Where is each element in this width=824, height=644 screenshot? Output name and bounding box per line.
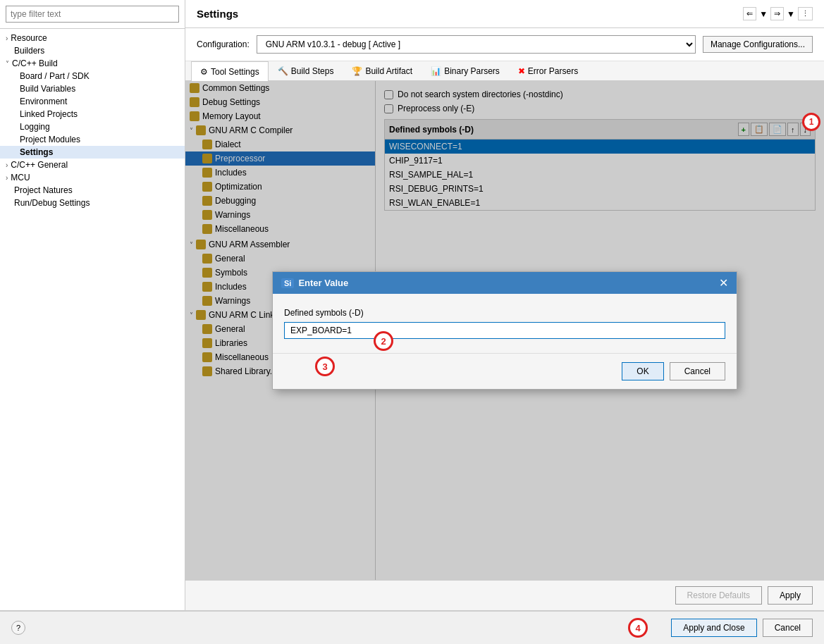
error-parsers-icon: ✖: [518, 66, 525, 76]
sidebar-item-linked-projects[interactable]: Linked Projects: [0, 108, 185, 120]
modal-ok-button[interactable]: OK: [622, 362, 663, 380]
sidebar-item-label: Builders: [14, 46, 44, 56]
settings-body: Common Settings Debug Settings Memory La…: [185, 81, 824, 580]
modal-footer: 3 OK Cancel: [273, 353, 737, 389]
build-steps-icon: 🔨: [278, 66, 288, 76]
annotation-circle-3: 3: [315, 357, 335, 376]
tab-tool-settings[interactable]: ⚙ Tool Settings: [191, 61, 269, 81]
sidebar-item-ccpp-build[interactable]: ˅ C/C++ Build: [0, 57, 185, 70]
help-button[interactable]: ?: [11, 621, 25, 635]
right-panel: Settings ⇐ ▼ ⇒ ▼ ⋮ Configuration: GNU AR…: [185, 0, 824, 610]
restore-defaults-button[interactable]: Restore Defaults: [675, 586, 762, 605]
chevron-icon: ˅: [6, 60, 9, 68]
back-button[interactable]: ⇐: [743, 7, 756, 20]
sidebar-item-ccpp-general[interactable]: › C/C++ General: [0, 159, 185, 171]
apply-button[interactable]: Apply: [768, 586, 813, 605]
modal-header: Si Enter Value ✕: [273, 272, 737, 294]
build-artifact-icon: 🏆: [352, 66, 362, 76]
sidebar-item-label: Linked Projects: [20, 109, 78, 119]
modal-app-icon: Si: [281, 278, 294, 288]
sidebar-item-label: MCU: [11, 173, 30, 182]
filter-input[interactable]: [6, 6, 179, 23]
tab-error-parsers[interactable]: ✖ Error Parsers: [509, 61, 587, 80]
annotation-circle-1: 1: [802, 113, 820, 131]
sidebar-item-logging[interactable]: Logging: [0, 120, 185, 133]
settings-header: Settings ⇐ ▼ ⇒ ▼ ⋮: [185, 0, 824, 28]
tab-label: Build Steps: [291, 66, 334, 76]
sidebar-item-label: Resource: [11, 33, 47, 43]
sidebar-item-builders[interactable]: Builders: [0, 44, 185, 57]
nav-sep: ▼: [759, 9, 768, 19]
modal-field-label: Defined symbols (-D): [284, 308, 725, 318]
modal-close-button[interactable]: ✕: [719, 276, 728, 290]
sidebar-item-label: Project Natures: [14, 185, 73, 195]
tab-label: Error Parsers: [528, 66, 578, 76]
sidebar-item-build-vars[interactable]: Build Variables: [0, 82, 185, 95]
footer-buttons: Apply and Close Cancel: [671, 619, 813, 637]
settings-title: Settings: [197, 8, 238, 20]
tab-label: Tool Settings: [211, 67, 259, 77]
config-select[interactable]: GNU ARM v10.3.1 - debug [ Active ]: [257, 35, 696, 54]
menu-button[interactable]: ⋮: [798, 7, 813, 20]
footer-cancel-button[interactable]: Cancel: [763, 619, 813, 637]
sidebar-item-label: Settings: [20, 147, 53, 157]
modal-title: Enter Value: [298, 278, 348, 288]
footer: 4 ? Apply and Close Cancel: [0, 610, 824, 644]
sidebar-item-settings[interactable]: Settings: [0, 146, 185, 159]
modal-cancel-button[interactable]: Cancel: [670, 362, 725, 380]
sidebar-item-board[interactable]: Board / Part / SDK: [0, 70, 185, 82]
chevron-icon: ›: [6, 174, 8, 182]
apply-and-close-button[interactable]: Apply and Close: [671, 619, 756, 637]
chevron-icon: ›: [6, 35, 8, 42]
config-bar: Configuration: GNU ARM v10.3.1 - debug […: [185, 28, 824, 61]
content-area: › Resource Builders ˅ C/C++ Build Board …: [0, 0, 824, 610]
tabs-bar: ⚙ Tool Settings 🔨 Build Steps 🏆 Build Ar…: [185, 61, 824, 81]
sidebar-item-label: Project Modules: [20, 135, 80, 144]
tab-build-steps[interactable]: 🔨 Build Steps: [269, 61, 343, 80]
tool-settings-icon: ⚙: [200, 67, 208, 77]
nav-sep2: ▼: [787, 9, 795, 19]
tab-build-artifact[interactable]: 🏆 Build Artifact: [343, 61, 422, 80]
chevron-icon: ›: [6, 161, 8, 169]
forward-button[interactable]: ⇒: [770, 7, 784, 20]
settings-bottom-bar: Restore Defaults Apply: [185, 580, 824, 610]
tab-label: Build Artifact: [365, 66, 412, 76]
sidebar-item-environment[interactable]: Environment: [0, 95, 185, 108]
sidebar-item-label: Build Variables: [20, 84, 75, 94]
modal-overlay: 2 Si Enter Value ✕ Defined symbols (-D): [185, 81, 824, 580]
tab-binary-parsers[interactable]: 📊 Binary Parsers: [422, 61, 509, 80]
sidebar-item-project-modules[interactable]: Project Modules: [0, 133, 185, 146]
enter-value-dialog: Si Enter Value ✕ Defined symbols (-D): [272, 271, 737, 390]
sidebar-item-label: Logging: [20, 122, 50, 132]
annotation-circle-2: 2: [374, 331, 393, 351]
sidebar-item-resource[interactable]: › Resource: [0, 32, 185, 44]
manage-configurations-button[interactable]: Manage Configurations...: [703, 36, 813, 53]
tab-label: Binary Parsers: [444, 66, 500, 76]
config-label: Configuration:: [197, 39, 250, 49]
sidebar-item-label: Board / Part / SDK: [20, 71, 90, 81]
modal-title-row: Si Enter Value: [281, 278, 348, 288]
left-tree: › Resource Builders ˅ C/C++ Build Board …: [0, 29, 185, 610]
sidebar-item-project-natures[interactable]: Project Natures: [0, 184, 185, 197]
left-panel: › Resource Builders ˅ C/C++ Build Board …: [0, 0, 185, 610]
main-container: › Resource Builders ˅ C/C++ Build Board …: [0, 0, 824, 644]
sidebar-item-mcu[interactable]: › MCU: [0, 171, 185, 184]
sidebar-item-label: C/C++ General: [11, 160, 68, 170]
binary-parsers-icon: 📊: [431, 66, 441, 76]
header-nav: ⇐ ▼ ⇒ ▼ ⋮: [743, 7, 813, 20]
sidebar-item-label: Run/Debug Settings: [14, 198, 90, 208]
sidebar-item-label: C/C++ Build: [12, 58, 58, 68]
modal-input-field[interactable]: [284, 322, 725, 339]
sidebar-item-label: Environment: [20, 97, 67, 106]
filter-box: [0, 0, 185, 29]
modal-body: Defined symbols (-D): [273, 294, 737, 353]
annotation-circle-4: 4: [628, 618, 648, 638]
sidebar-item-run-debug[interactable]: Run/Debug Settings: [0, 197, 185, 209]
